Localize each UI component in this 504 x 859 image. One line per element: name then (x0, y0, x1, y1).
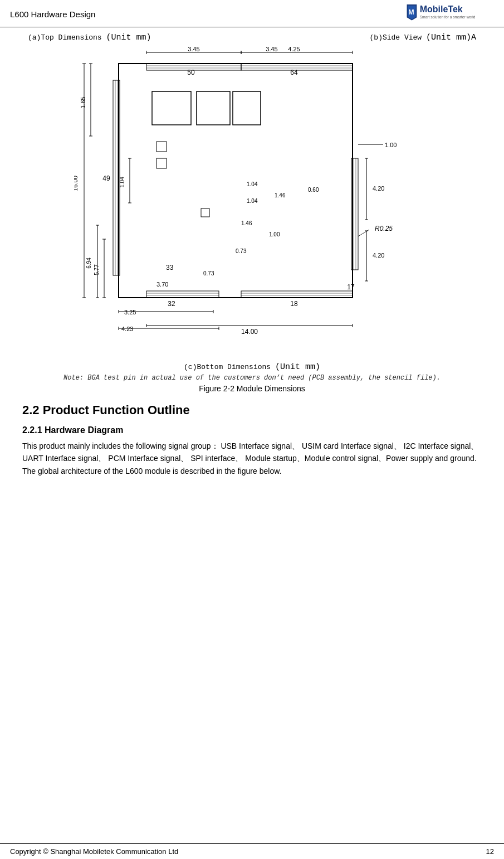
svg-text:4.25: 4.25 (288, 47, 300, 52)
dimension-labels-row: (a)Top Dimensions (Unit mm) (b)Side View… (22, 33, 482, 42)
svg-rect-25 (197, 91, 230, 125)
svg-text:50: 50 (187, 69, 195, 76)
svg-text:14.00: 14.00 (241, 328, 257, 336)
svg-text:R0.25: R0.25 (375, 225, 393, 232)
svg-text:17: 17 (347, 283, 355, 291)
svg-text:3.70: 3.70 (156, 281, 168, 288)
svg-rect-24 (152, 91, 191, 125)
figure-caption: Figure 2-2 Module Dimensions (22, 384, 482, 393)
svg-text:3.45: 3.45 (188, 47, 199, 52)
logo-container: M MobileTek Smart solution for a smarter… (405, 3, 494, 25)
svg-rect-29 (201, 208, 209, 217)
top-dim-label: (a)Top Dimensions (Unit mm) (28, 33, 151, 42)
svg-text:Smart solution for a smarter w: Smart solution for a smarter world (420, 15, 476, 19)
svg-text:3.45: 3.45 (266, 47, 277, 52)
svg-text:MobileTek: MobileTek (420, 4, 463, 14)
page-footer: Copyright © Shanghai Mobiletek Communica… (0, 843, 504, 859)
svg-rect-12 (146, 291, 219, 298)
section-221-body: This product mainly includes the followi… (22, 440, 482, 477)
svg-rect-15 (241, 291, 353, 298)
svg-text:0.60: 0.60 (308, 187, 319, 193)
svg-text:64: 64 (290, 69, 298, 76)
section-221-heading: 2.2.1 Hardware Diagram (22, 425, 482, 435)
svg-text:5.77: 5.77 (94, 264, 100, 275)
section-22-heading: 2.2 Product Function Outline (22, 403, 482, 418)
svg-text:16.00: 16.00 (74, 176, 79, 191)
svg-text:1.04: 1.04 (247, 198, 258, 204)
svg-rect-27 (156, 142, 167, 152)
svg-text:4.20: 4.20 (373, 185, 384, 192)
svg-rect-26 (233, 91, 261, 125)
main-content: (a)Top Dimensions (Unit mm) (b)Side View… (0, 27, 504, 488)
svg-text:18: 18 (290, 300, 298, 308)
svg-text:1.04: 1.04 (119, 177, 125, 188)
page-header: L600 Hardware Design M MobileTek Smart s… (0, 0, 504, 27)
svg-text:1.00: 1.00 (385, 142, 397, 148)
copyright-text: Copyright © Shanghai Mobiletek Communica… (10, 847, 178, 856)
svg-text:1.46: 1.46 (241, 220, 252, 226)
svg-text:1.65: 1.65 (80, 96, 86, 108)
note-text: Note: BGA test pin in actual use of the … (22, 374, 482, 382)
svg-text:1.04: 1.04 (247, 181, 258, 187)
top-pads (146, 64, 353, 70)
svg-text:3.25: 3.25 (124, 309, 136, 316)
mobiletek-logo: M MobileTek Smart solution for a smarter… (405, 3, 494, 25)
bottom-pads (146, 291, 353, 298)
svg-rect-5 (119, 64, 353, 298)
svg-text:0.73: 0.73 (203, 270, 214, 276)
svg-text:33: 33 (166, 264, 174, 271)
svg-text:6.94: 6.94 (86, 258, 92, 269)
document-title: L600 Hardware Design (10, 9, 95, 19)
svg-text:49: 49 (102, 174, 110, 182)
page-number: 12 (486, 847, 494, 856)
svg-text:4.23: 4.23 (121, 326, 133, 332)
drawing-area: 4.25 1.65 3.45 3.45 50 64 49 16.00 (22, 47, 482, 359)
svg-text:32: 32 (168, 300, 175, 308)
svg-text:0.73: 0.73 (236, 248, 247, 254)
svg-text:4.20: 4.20 (373, 252, 384, 259)
svg-rect-28 (156, 158, 167, 168)
svg-text:1.46: 1.46 (275, 192, 286, 198)
svg-text:M: M (408, 8, 414, 16)
bottom-dim-label: (c)Bottom Dimensions (Unit mm) (22, 362, 482, 372)
side-view-label: (b)Side View (Unit mm)A (370, 33, 476, 42)
module-dimensions-drawing: 4.25 1.65 3.45 3.45 50 64 49 16.00 (74, 47, 430, 359)
svg-text:1.00: 1.00 (269, 231, 280, 237)
